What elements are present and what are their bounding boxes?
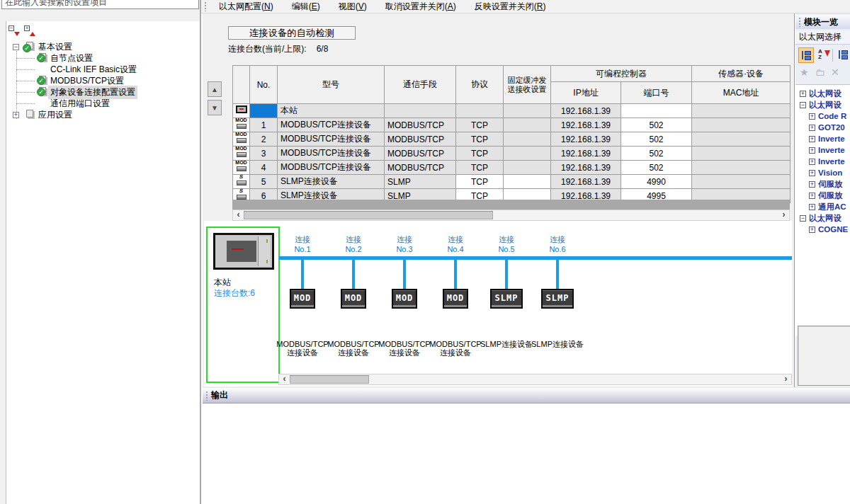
cell-comm[interactable]: MODBUS/TCP <box>385 147 456 161</box>
expand-toggle-icon[interactable] <box>809 170 815 176</box>
tree-view-button[interactable] <box>798 47 814 63</box>
cell-mac[interactable] <box>692 175 790 189</box>
device-row[interactable]: MOD 1 MODBUS/TCP连接设备 MODBUS/TCP TCP 192.… <box>233 118 790 132</box>
device-row[interactable]: MOD 3 MODBUS/TCP连接设备 MODBUS/TCP TCP 192.… <box>233 147 790 161</box>
cell-comm[interactable]: MODBUS/TCP <box>385 118 456 132</box>
expand-toggle-icon[interactable] <box>809 227 815 233</box>
settings-tree-item[interactable]: ✓ 基本设置 <box>7 41 198 52</box>
move-row-down-button[interactable]: ▼ <box>208 100 222 115</box>
output-panel-body[interactable] <box>203 403 850 504</box>
cell-fixedbuffer[interactable] <box>504 104 551 118</box>
module-tree-item[interactable]: 以太网设 <box>795 99 850 110</box>
cell-fixedbuffer[interactable] <box>504 147 551 161</box>
expand-toggle-icon[interactable] <box>13 44 19 50</box>
settings-search-input[interactable]: 在此输入要搜索的设置项目 <box>1 0 199 9</box>
cell-model[interactable]: SLMP连接设备 <box>278 175 385 189</box>
panel-drag-handle[interactable] <box>798 17 801 27</box>
cell-comm[interactable] <box>385 104 456 118</box>
module-tree-item[interactable]: 通用AC <box>795 201 850 212</box>
expand-all-icon[interactable]: + <box>24 25 35 36</box>
cell-ip[interactable]: 192.168.1.39 <box>551 104 621 118</box>
scrollbar-thumb[interactable] <box>244 211 493 219</box>
menubar-drag-handle[interactable] <box>204 1 207 11</box>
module-tree-item[interactable]: Inverte <box>795 144 850 156</box>
cell-model[interactable]: MODBUS/TCP连接设备 <box>278 132 385 147</box>
cell-ip[interactable]: 192.168.1.39 <box>551 118 621 132</box>
cell-comm[interactable]: MODBUS/TCP <box>385 132 456 147</box>
cell-comm[interactable]: SLMP <box>385 175 456 189</box>
cell-mac[interactable] <box>692 118 790 132</box>
cell-comm[interactable]: MODBUS/TCP <box>385 161 456 175</box>
expand-toggle-icon[interactable] <box>800 102 806 108</box>
cell-mac[interactable] <box>692 161 790 175</box>
cell-mac[interactable] <box>692 147 790 161</box>
ethernet-selection-tab[interactable]: 以太网选择 <box>795 30 850 45</box>
output-drag-handle[interactable] <box>205 391 208 401</box>
filter-view-button[interactable] <box>836 47 850 63</box>
cell-protocol[interactable]: TCP <box>456 118 504 132</box>
scroll-left-icon[interactable]: ‹ <box>233 210 244 220</box>
cell-no[interactable]: 4 <box>250 161 278 175</box>
cell-protocol[interactable]: TCP <box>456 161 504 175</box>
cell-ip[interactable]: 192.168.1.39 <box>551 147 621 161</box>
collapse-all-icon[interactable]: − <box>8 25 20 36</box>
menu-item[interactable]: 视图(V) <box>329 0 376 13</box>
cell-port[interactable]: 502 <box>621 132 692 147</box>
cell-port[interactable]: 4990 <box>621 175 692 189</box>
cell-fixedbuffer[interactable] <box>504 132 551 147</box>
cell-fixedbuffer[interactable] <box>504 161 551 175</box>
expand-toggle-icon[interactable] <box>809 193 815 199</box>
expand-toggle-icon[interactable] <box>800 215 806 222</box>
device-row[interactable]: S 5 SLMP连接设备 SLMP TCP 192.168.1.39 4990 <box>233 175 790 189</box>
scrollbar-thumb[interactable] <box>290 375 369 384</box>
module-tree-item[interactable]: 伺服放 <box>795 190 850 201</box>
menu-item[interactable]: 编辑(E) <box>283 0 329 13</box>
diagram-horizontal-scrollbar[interactable]: ‹ › <box>278 374 792 385</box>
device-row[interactable]: 本站 192.168.1.39 <box>233 104 790 118</box>
module-tree-item[interactable]: Inverte <box>795 156 850 167</box>
expand-toggle-icon[interactable] <box>800 91 806 97</box>
device-node[interactable]: MOD <box>392 289 417 309</box>
cell-mac[interactable] <box>692 104 790 118</box>
scroll-right-icon[interactable]: › <box>778 210 789 220</box>
expand-toggle-icon[interactable] <box>809 125 815 131</box>
module-tree-item[interactable]: 伺服放 <box>795 178 850 190</box>
device-node[interactable]: SLMP <box>541 289 574 309</box>
cell-port[interactable]: 502 <box>621 147 692 161</box>
scroll-left-icon[interactable]: ‹ <box>279 374 290 384</box>
settings-tree-item[interactable]: ✓ 应用设置 <box>7 109 198 120</box>
cell-ip[interactable]: 192.168.1.39 <box>551 175 621 189</box>
expand-toggle-icon[interactable] <box>809 181 815 188</box>
cell-no[interactable]: 3 <box>250 147 278 161</box>
cell-model[interactable]: 本站 <box>278 104 385 118</box>
cell-fixedbuffer[interactable] <box>504 175 551 189</box>
module-tree-item[interactable]: Inverte <box>795 133 850 144</box>
cell-port[interactable]: 502 <box>621 161 692 175</box>
cell-protocol[interactable]: TCP <box>456 132 504 147</box>
scroll-right-icon[interactable]: › <box>781 374 791 384</box>
cell-port[interactable]: 502 <box>621 118 692 132</box>
cell-protocol[interactable]: TCP <box>456 175 504 189</box>
move-row-up-button[interactable]: ▲ <box>208 81 222 97</box>
autodetect-button[interactable]: 连接设备的自动检测 <box>228 26 356 40</box>
host-station-selection-box[interactable]: 本站 连接台数:6 <box>206 227 280 383</box>
expand-toggle-icon[interactable] <box>809 113 815 120</box>
cell-mac[interactable] <box>692 132 790 147</box>
cell-fixedbuffer[interactable] <box>504 118 551 132</box>
cell-port[interactable] <box>621 104 692 118</box>
cell-model[interactable]: MODBUS/TCP连接设备 <box>278 161 385 175</box>
cell-ip[interactable]: 192.168.1.39 <box>551 161 621 175</box>
menu-item[interactable]: 反映设置并关闭(R) <box>465 0 555 13</box>
cell-no[interactable]: 5 <box>250 175 278 189</box>
cell-model[interactable]: MODBUS/TCP连接设备 <box>278 118 385 132</box>
device-node[interactable]: MOD <box>443 289 468 309</box>
cell-model[interactable]: MODBUS/TCP连接设备 <box>278 147 385 161</box>
cell-no[interactable]: 2 <box>250 132 278 147</box>
module-tree-item[interactable]: COGNE <box>795 224 850 235</box>
device-row[interactable]: MOD 4 MODBUS/TCP连接设备 MODBUS/TCP TCP 192.… <box>233 161 790 175</box>
module-tree-item[interactable]: 以太网设 <box>795 212 850 224</box>
device-node[interactable]: MOD <box>290 289 315 309</box>
cell-no[interactable]: 1 <box>250 118 278 132</box>
expand-toggle-icon[interactable] <box>809 204 815 210</box>
device-node[interactable]: SLMP <box>490 289 523 309</box>
